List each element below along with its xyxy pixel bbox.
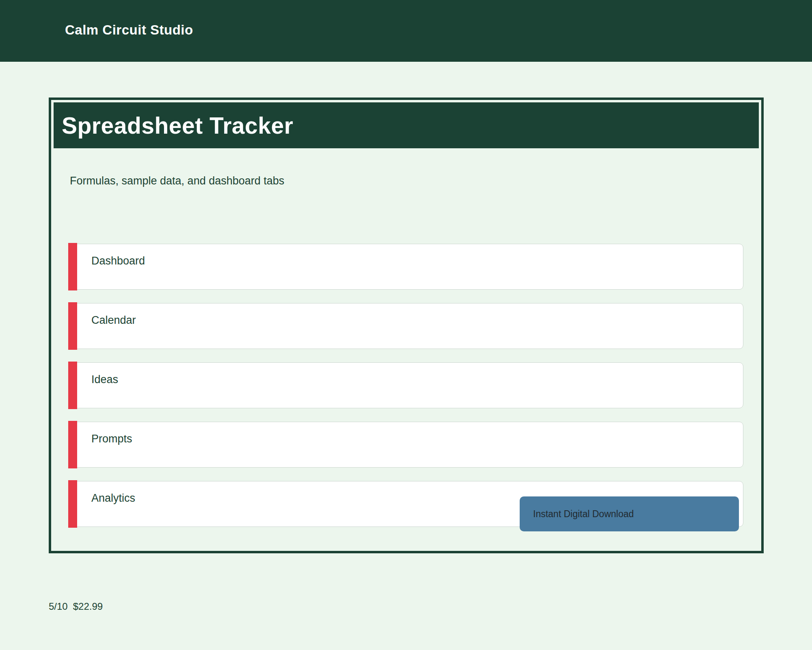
accent-bar <box>68 421 77 468</box>
price: $22.99 <box>73 601 103 612</box>
tab-label: Dashboard <box>91 255 145 267</box>
tab-row-ideas[interactable]: Ideas <box>68 362 743 408</box>
footer-meta: 5/10 $22.99 <box>49 601 103 612</box>
instant-download-label: Instant Digital Download <box>533 509 634 520</box>
tab-label: Analytics <box>91 492 135 505</box>
tab-row-calendar[interactable]: Calendar <box>68 303 743 349</box>
accent-bar <box>68 362 77 409</box>
instant-download-button[interactable]: Instant Digital Download <box>520 496 739 531</box>
tab-row-dashboard[interactable]: Dashboard <box>68 244 743 290</box>
accent-bar <box>68 302 77 350</box>
accent-bar <box>68 480 77 528</box>
tab-label: Ideas <box>91 373 118 386</box>
tab-row-prompts[interactable]: Prompts <box>68 422 743 468</box>
accent-bar <box>68 243 77 290</box>
screen: Calm Circuit Studio Spreadsheet Tracker … <box>0 0 812 650</box>
site-header: Calm Circuit Studio <box>0 0 812 62</box>
card-subtitle: Formulas, sample data, and dashboard tab… <box>70 175 759 187</box>
tab-label: Prompts <box>91 433 132 445</box>
tab-row-analytics[interactable]: Analytics Instant Digital Download <box>68 481 743 527</box>
product-card: Spreadsheet Tracker Formulas, sample dat… <box>49 98 764 553</box>
card-title: Spreadsheet Tracker <box>62 112 293 139</box>
brand-title: Calm Circuit Studio <box>65 22 193 38</box>
tab-list: Dashboard Calendar Ideas Prompts Analyti… <box>54 244 759 527</box>
edition-count: 5/10 <box>49 601 68 612</box>
card-header-band: Spreadsheet Tracker <box>54 102 759 148</box>
tab-label: Calendar <box>91 314 136 327</box>
